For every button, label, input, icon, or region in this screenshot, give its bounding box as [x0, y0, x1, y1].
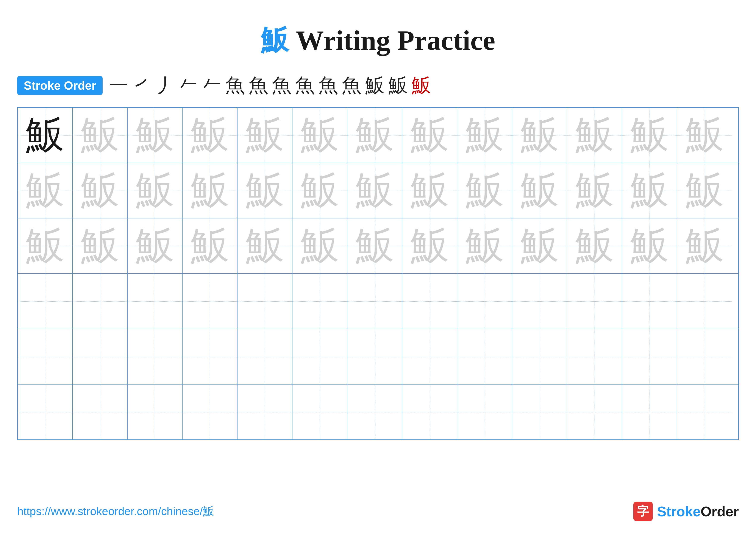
grid-cell-r6c10[interactable]: [512, 385, 567, 440]
grid-cell-r4c13[interactable]: [677, 274, 732, 329]
grid-cell-r6c13[interactable]: [677, 385, 732, 440]
grid-cell-r1c3[interactable]: 魬: [127, 108, 182, 163]
grid-cell-r5c1[interactable]: [18, 329, 73, 384]
grid-cell-r6c2[interactable]: [73, 385, 127, 440]
grid-cell-r2c7[interactable]: 魬: [347, 163, 402, 218]
grid-cell-r5c4[interactable]: [182, 329, 237, 384]
grid-cell-r4c9[interactable]: [457, 274, 512, 329]
grid-cell-r1c4[interactable]: 魬: [182, 108, 237, 163]
grid-cell-r3c6[interactable]: 魬: [292, 218, 347, 273]
grid-cell-r3c9[interactable]: 魬: [457, 218, 512, 273]
cell-char: 魬: [630, 227, 669, 266]
grid-cell-r5c10[interactable]: [512, 329, 567, 384]
cell-char: 魬: [465, 116, 504, 155]
grid-cell-r2c9[interactable]: 魬: [457, 163, 512, 218]
stroke-order-badge: Stroke Order: [17, 76, 103, 95]
grid-cell-r6c7[interactable]: [347, 385, 402, 440]
cell-char: 魬: [410, 171, 449, 210]
grid-cell-r6c3[interactable]: [127, 385, 182, 440]
grid-cell-r6c6[interactable]: [292, 385, 347, 440]
grid-cell-r3c4[interactable]: 魬: [182, 218, 237, 273]
grid-cell-r1c9[interactable]: 魬: [457, 108, 512, 163]
grid-cell-r1c2[interactable]: 魬: [73, 108, 127, 163]
grid-cell-r5c3[interactable]: [127, 329, 182, 384]
grid-cell-r1c11[interactable]: 魬: [567, 108, 622, 163]
grid-cell-r5c5[interactable]: [237, 329, 292, 384]
cell-char: 魬: [300, 116, 339, 155]
grid-cell-r3c1[interactable]: 魬: [18, 218, 73, 273]
grid-cell-r3c2[interactable]: 魬: [73, 218, 127, 273]
grid-cell-r6c4[interactable]: [182, 385, 237, 440]
grid-cell-r1c10[interactable]: 魬: [512, 108, 567, 163]
cell-char: 魬: [191, 116, 229, 155]
grid-cell-r5c9[interactable]: [457, 329, 512, 384]
grid-cell-r3c8[interactable]: 魬: [402, 218, 457, 273]
grid-cell-r2c3[interactable]: 魬: [127, 163, 182, 218]
grid-cell-r4c3[interactable]: [127, 274, 182, 329]
grid-cell-r4c10[interactable]: [512, 274, 567, 329]
grid-cell-r5c12[interactable]: [622, 329, 677, 384]
grid-cell-r3c10[interactable]: 魬: [512, 218, 567, 273]
grid-cell-r3c3[interactable]: 魬: [127, 218, 182, 273]
grid-cell-r4c12[interactable]: [622, 274, 677, 329]
grid-cell-r3c12[interactable]: 魬: [622, 218, 677, 273]
cell-char: 魬: [520, 116, 559, 155]
grid-cell-r6c12[interactable]: [622, 385, 677, 440]
grid-cell-r6c8[interactable]: [402, 385, 457, 440]
grid-cell-r4c11[interactable]: [567, 274, 622, 329]
grid-cell-r4c7[interactable]: [347, 274, 402, 329]
grid-cell-r4c1[interactable]: [18, 274, 73, 329]
grid-cell-r6c9[interactable]: [457, 385, 512, 440]
footer-logo: 字 StrokeOrder: [634, 502, 739, 521]
grid-cell-r5c7[interactable]: [347, 329, 402, 384]
grid-cell-r2c10[interactable]: 魬: [512, 163, 567, 218]
grid-cell-r6c5[interactable]: [237, 385, 292, 440]
grid-cell-r2c5[interactable]: 魬: [237, 163, 292, 218]
grid-cell-r2c13[interactable]: 魬: [677, 163, 732, 218]
grid-cell-r2c4[interactable]: 魬: [182, 163, 237, 218]
grid-cell-r2c2[interactable]: 魬: [73, 163, 127, 218]
grid-cell-r4c8[interactable]: [402, 274, 457, 329]
grid-cell-r2c8[interactable]: 魬: [402, 163, 457, 218]
grid-cell-r3c11[interactable]: 魬: [567, 218, 622, 273]
grid-cell-r5c6[interactable]: [292, 329, 347, 384]
grid-cell-r1c13[interactable]: 魬: [677, 108, 732, 163]
grid-cell-r5c8[interactable]: [402, 329, 457, 384]
grid-cell-r3c13[interactable]: 魬: [677, 218, 732, 273]
cell-char: 魬: [575, 171, 614, 210]
grid-cell-r2c12[interactable]: 魬: [622, 163, 677, 218]
grid-cell-r1c12[interactable]: 魬: [622, 108, 677, 163]
grid-cell-r5c13[interactable]: [677, 329, 732, 384]
stroke-order-row: Stroke Order ⼀ ㇒ ㇓ 𠂉 𠂉 魚 魚 魚 魚 魚 魚 魬 魬 魬: [0, 72, 756, 99]
grid-cell-r1c5[interactable]: 魬: [237, 108, 292, 163]
grid-cell-r2c11[interactable]: 魬: [567, 163, 622, 218]
grid-cell-r2c1[interactable]: 魬: [18, 163, 73, 218]
grid-cell-r3c5[interactable]: 魬: [237, 218, 292, 273]
grid-cell-r6c1[interactable]: [18, 385, 73, 440]
footer-logo-text: StrokeOrder: [657, 503, 739, 520]
cell-char: 魬: [520, 227, 559, 266]
grid-cell-r1c8[interactable]: 魬: [402, 108, 457, 163]
grid-cell-r5c11[interactable]: [567, 329, 622, 384]
grid-row-3: 魬 魬 魬 魬 魬 魬 魬 魬 魬 魬 魬 魬 魬: [18, 218, 738, 274]
grid-cell-r4c2[interactable]: [73, 274, 127, 329]
stroke-char-8: 魚: [272, 72, 291, 99]
footer-url[interactable]: https://www.strokeorder.com/chinese/魬: [17, 504, 214, 519]
grid-cell-r4c5[interactable]: [237, 274, 292, 329]
grid-cell-r4c4[interactable]: [182, 274, 237, 329]
grid-cell-r1c7[interactable]: 魬: [347, 108, 402, 163]
stroke-char-14: 魬: [412, 72, 431, 99]
grid-cell-r1c6[interactable]: 魬: [292, 108, 347, 163]
grid-cell-r4c6[interactable]: [292, 274, 347, 329]
cell-char: 魬: [410, 227, 449, 266]
logo-char: 字: [637, 503, 649, 519]
grid-cell-r2c6[interactable]: 魬: [292, 163, 347, 218]
grid-cell-r5c2[interactable]: [73, 329, 127, 384]
cell-char: 魬: [81, 171, 120, 210]
grid-cell-r1c1[interactable]: 魬: [18, 108, 73, 163]
stroke-char-7: 魚: [249, 72, 268, 99]
grid-row-6: [18, 385, 738, 440]
grid-cell-r6c11[interactable]: [567, 385, 622, 440]
grid-cell-r3c7[interactable]: 魬: [347, 218, 402, 273]
cell-char: 魬: [245, 116, 284, 155]
